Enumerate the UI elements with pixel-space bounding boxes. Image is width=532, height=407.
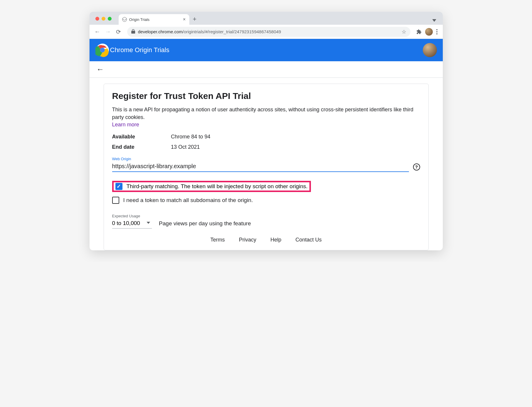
learn-more-link[interactable]: Learn more xyxy=(112,122,139,128)
chevron-down-icon xyxy=(147,222,150,224)
sub-header: ← xyxy=(90,61,443,78)
close-window-button[interactable] xyxy=(95,17,99,21)
third-party-label: Third-party matching. The token will be … xyxy=(127,183,308,190)
expected-usage-label: Expected Usage xyxy=(112,214,152,218)
profile-avatar-button[interactable] xyxy=(425,28,433,36)
web-origin-input[interactable] xyxy=(112,162,409,172)
tab-title: Origin Trials xyxy=(129,17,181,22)
highlighted-option: Third-party matching. The token will be … xyxy=(112,181,311,192)
tab-overflow-button[interactable] xyxy=(432,19,436,22)
url-text: developer.chrome.com/origintrials/#/regi… xyxy=(138,29,281,34)
subdomains-checkbox[interactable] xyxy=(112,197,119,204)
available-value: Chrome 84 to 94 xyxy=(171,134,211,140)
content: Register for Trust Token API Trial This … xyxy=(90,78,443,250)
end-date-label: End date xyxy=(112,144,171,150)
user-avatar[interactable] xyxy=(423,43,437,57)
registration-card: Register for Trust Token API Trial This … xyxy=(104,84,429,250)
browser-tab[interactable]: Origin Trials × xyxy=(119,14,189,25)
browser-menu-button[interactable] xyxy=(435,27,439,36)
subdomains-label: I need a token to match all subdomains o… xyxy=(123,197,253,203)
address-bar[interactable]: developer.chrome.com/origintrials/#/regi… xyxy=(127,27,410,37)
expected-usage-description: Page views per day using the feature xyxy=(159,220,251,229)
terms-link[interactable]: Terms xyxy=(210,237,225,243)
privacy-link[interactable]: Privacy xyxy=(239,237,256,243)
back-button[interactable]: ← xyxy=(93,27,102,36)
page-back-button[interactable]: ← xyxy=(97,65,104,74)
help-icon[interactable]: ? xyxy=(413,163,420,171)
page-title: Register for Trust Token API Trial xyxy=(112,91,420,101)
browser-toolbar: ← → ⟳ developer.chrome.com/origintrials/… xyxy=(90,25,443,39)
available-label: Available xyxy=(112,134,171,140)
web-origin-label: Web Origin xyxy=(112,157,420,161)
browser-window: Origin Trials × + ← → ⟳ developer.chrome… xyxy=(90,12,443,250)
bookmark-star-icon[interactable]: ☆ xyxy=(402,29,406,35)
expected-usage-select[interactable]: 0 to 10,000 xyxy=(112,219,152,229)
globe-icon xyxy=(122,17,127,22)
third-party-checkbox[interactable] xyxy=(115,183,122,190)
close-tab-button[interactable]: × xyxy=(183,17,185,22)
new-tab-button[interactable]: + xyxy=(193,15,197,25)
lock-icon xyxy=(131,29,135,34)
help-link[interactable]: Help xyxy=(270,237,281,243)
extensions-button[interactable] xyxy=(415,27,423,36)
maximize-window-button[interactable] xyxy=(108,17,112,21)
app-header: Chrome Origin Trials xyxy=(90,39,443,61)
contact-link[interactable]: Contact Us xyxy=(296,237,322,243)
tab-bar: Origin Trials × + xyxy=(90,12,443,25)
reload-button[interactable]: ⟳ xyxy=(114,27,123,36)
chrome-logo-icon xyxy=(95,43,110,57)
window-controls xyxy=(93,17,112,25)
end-date-value: 13 Oct 2021 xyxy=(171,144,200,150)
page-description: This is a new API for propagating a noti… xyxy=(112,106,420,121)
minimize-window-button[interactable] xyxy=(102,17,105,21)
app-title: Chrome Origin Trials xyxy=(110,46,170,54)
footer-links: Terms Privacy Help Contact Us xyxy=(112,237,420,243)
forward-button[interactable]: → xyxy=(104,27,112,36)
